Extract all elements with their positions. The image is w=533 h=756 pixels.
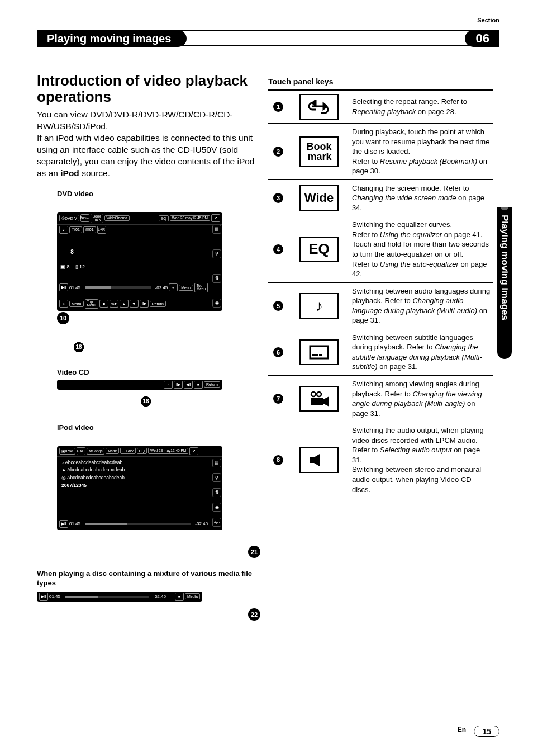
return-btn: Return bbox=[204, 381, 220, 388]
lr-chip: L+R bbox=[97, 226, 106, 234]
vcd-player-mockup: » Ⅱ▶ ◀Ⅱ ■ Return bbox=[57, 380, 222, 390]
topmenu-btn: Top Menu bbox=[194, 283, 208, 292]
return-btn: Return bbox=[150, 301, 166, 307]
list-item: ▲ Abcdeabcdeabcdeabcdeab bbox=[61, 466, 208, 474]
expand-right-icon: » bbox=[164, 381, 173, 389]
eq-chip: EQ bbox=[159, 215, 169, 221]
remaining-time: -02:45 bbox=[155, 285, 168, 290]
svg-rect-5 bbox=[311, 398, 323, 405]
list-item: ♪ Abcdeabcdeabcdeabcdeab bbox=[61, 459, 208, 467]
row-desc: During playback, touch the point at whic… bbox=[350, 124, 493, 180]
elapsed-time: 01:45 bbox=[69, 521, 80, 526]
touch-panel-title: Touch panel keys bbox=[268, 77, 493, 86]
up-btn: ▲ bbox=[120, 300, 129, 308]
rail-rec-icon: ◉ bbox=[212, 299, 221, 308]
row-num: 8 bbox=[273, 455, 283, 465]
rail-scroll-icon: ⇅ bbox=[212, 274, 221, 283]
remaining-time: -02:45 bbox=[195, 521, 208, 526]
down-btn: ▼ bbox=[130, 300, 139, 308]
topmenu-btn-2: Top Menu bbox=[85, 299, 98, 309]
svg-rect-2 bbox=[319, 354, 322, 356]
sub01a: ▢ 01 bbox=[69, 226, 82, 233]
callout-22: 22 bbox=[248, 608, 260, 621]
row-desc: Changing the screen mode. Refer to Chang… bbox=[350, 179, 493, 216]
stop-btn: ■ bbox=[194, 381, 203, 389]
intro-heading: Introduction of video playback operation… bbox=[37, 73, 260, 105]
eq-key: EQ bbox=[299, 237, 339, 262]
wide-key: Wide bbox=[299, 185, 339, 211]
expand-right-icon: » bbox=[59, 300, 68, 308]
collapse-left-icon: « bbox=[169, 284, 178, 291]
bookmark-chip: Book mark bbox=[91, 214, 103, 223]
elapsed-time: 01:45 bbox=[49, 594, 60, 599]
rail-search-icon: ⚲ bbox=[212, 249, 221, 258]
row-desc: Selecting the repeat range. Refer to Rep… bbox=[350, 90, 493, 124]
dvd-player-mockup: ◎ DVD-V ↻Disc Book mark WideCinema EQ We… bbox=[57, 212, 222, 311]
right-rail-ipod: ▤ ⚲ ⇅ ◉ App bbox=[211, 456, 222, 529]
section-label: Section bbox=[477, 17, 499, 23]
rev-btn: ◀Ⅱ bbox=[184, 381, 193, 389]
arrows-btn: ◂↕▸ bbox=[110, 300, 118, 308]
rail-app-icon: App bbox=[212, 518, 221, 527]
row-num: 1 bbox=[273, 102, 283, 112]
row-num: 7 bbox=[273, 394, 283, 404]
row-num: 2 bbox=[273, 147, 283, 157]
header-title: Playing moving images bbox=[37, 30, 187, 47]
callout-18: 18 bbox=[74, 342, 84, 352]
sub01b: ▥ 01 bbox=[83, 226, 96, 233]
row-num: 3 bbox=[273, 193, 283, 203]
rail-list-icon: ▤ bbox=[212, 225, 221, 234]
svg-rect-6 bbox=[310, 457, 314, 463]
stop-btn: ■ bbox=[175, 593, 184, 601]
row-num: 6 bbox=[273, 347, 283, 357]
mixture-label: When playing a disc containing a mixture… bbox=[37, 569, 260, 588]
bookmark-key: Book mark bbox=[299, 136, 339, 167]
side-tab: Playing moving images bbox=[497, 207, 512, 359]
wide-chip: WideCinema bbox=[104, 215, 130, 221]
row-desc: Switching among viewing angles during pl… bbox=[350, 376, 493, 422]
chapter-indicator: ▯ 12 bbox=[75, 264, 85, 270]
svg-point-4 bbox=[317, 392, 321, 396]
section-number-pill: 06 bbox=[465, 30, 499, 47]
songs-chip: ⤨Songs bbox=[87, 448, 104, 455]
audio-out-icon bbox=[299, 447, 339, 473]
callout-18b: 18 bbox=[141, 396, 151, 407]
media-btn: Media bbox=[185, 593, 200, 599]
elapsed-time: 01:45 bbox=[69, 285, 80, 290]
stop-btn: ■ bbox=[99, 300, 108, 308]
fwd-btn: Ⅱ▶ bbox=[140, 300, 149, 308]
fwd-btn: Ⅱ▶ bbox=[174, 381, 183, 389]
audio-lang-chip: ♪ bbox=[59, 226, 68, 234]
ipod-label: iPod video bbox=[57, 423, 260, 432]
repeat-all-chip: ↻ALL bbox=[77, 447, 85, 455]
row-desc: Switching between subtitle languages dur… bbox=[350, 329, 493, 375]
title-indicator: ▣ 8 bbox=[60, 264, 70, 270]
angle-icon bbox=[299, 386, 339, 412]
row-desc: Switching the audio output, when playing… bbox=[350, 422, 493, 498]
svg-rect-0 bbox=[310, 346, 328, 358]
callout-8: 8 bbox=[67, 247, 77, 257]
side-tab-label: Playing moving images bbox=[499, 207, 510, 320]
collapse-icon: ↗ bbox=[189, 447, 198, 455]
intro-p1: You can view DVD/DVD-R/DVD-RW/CD/CD-R/CD… bbox=[37, 109, 260, 133]
rail-rec-icon: ◉ bbox=[212, 503, 221, 512]
subtitle-icon bbox=[299, 339, 339, 365]
svg-rect-1 bbox=[312, 354, 318, 356]
rail-list-icon: ▤ bbox=[212, 459, 221, 467]
srtrv-chip: S.Rtrv bbox=[120, 448, 135, 454]
dvd-label: DVD video bbox=[57, 190, 260, 198]
repeat-range-icon bbox=[299, 94, 339, 120]
callout-10: 10 bbox=[57, 312, 69, 324]
counter: 2067/12345 bbox=[61, 482, 208, 490]
menu-btn-2: Menu bbox=[69, 301, 84, 307]
list-item: ◎ Abcdeabcdeabcdeabcdeab bbox=[61, 474, 208, 482]
ipod-player-mockup: ▣ iPod ↻ALL ⤨Songs Wide S.Rtrv EQ Wed 28… bbox=[57, 446, 222, 530]
datetime-chip: Wed 28 may12:45 PM bbox=[170, 215, 210, 221]
play-pause-btn: ▶Ⅱ bbox=[59, 284, 68, 291]
datetime-chip-ipod: Wed 28 may12:45 PM bbox=[148, 448, 188, 454]
vcd-label: Video CD bbox=[57, 368, 260, 376]
mixed-player-mockup: ▶Ⅱ 01:45 -02:45 ■ Media bbox=[37, 592, 202, 602]
callout-21: 21 bbox=[248, 546, 260, 558]
source-dvd: ◎ DVD-V bbox=[59, 215, 79, 221]
source-ipod: ▣ iPod bbox=[59, 448, 75, 455]
